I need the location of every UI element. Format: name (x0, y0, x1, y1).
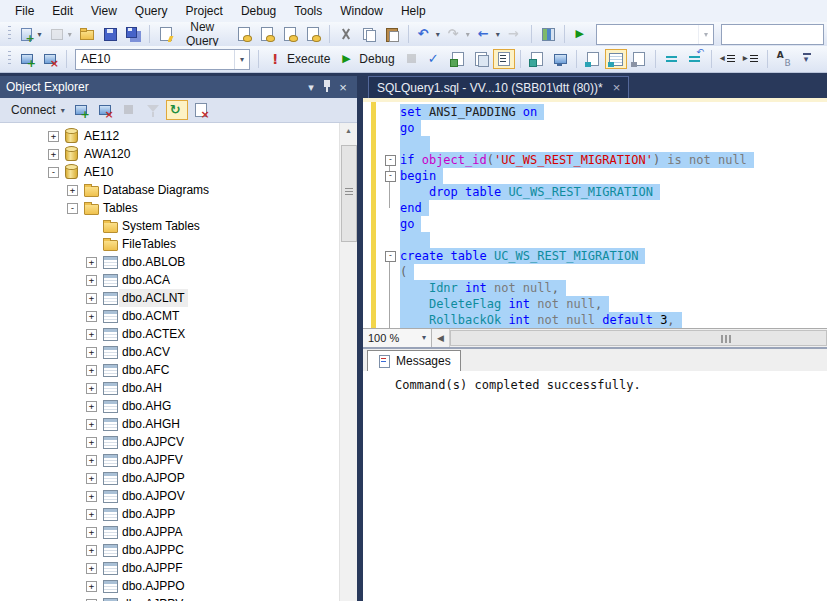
tree-item-dbo-ajpp[interactable]: +dbo.AJPP (0, 505, 340, 523)
server-button[interactable] (39, 49, 61, 69)
menu-window[interactable]: Window (331, 0, 392, 22)
menu-file[interactable]: File (6, 0, 43, 22)
ab-button[interactable] (773, 49, 795, 69)
uncomment-button[interactable] (684, 49, 706, 69)
expand-icon[interactable]: + (86, 347, 97, 358)
actual-plan-button[interactable] (526, 49, 548, 69)
query-options-button[interactable] (470, 49, 492, 69)
expand-icon[interactable]: + (48, 131, 59, 142)
copy-button[interactable] (358, 24, 380, 44)
results-grid-button[interactable] (605, 49, 627, 69)
tree-item-dbo-afc[interactable]: +dbo.AFC (0, 361, 340, 379)
comment-button[interactable] (661, 49, 683, 69)
script-x-button[interactable] (190, 100, 212, 120)
tree-item-awa120[interactable]: +AWA120 (0, 145, 340, 163)
expand-icon[interactable]: + (86, 455, 97, 466)
collapse-icon[interactable]: - (67, 203, 78, 214)
activity-button[interactable] (537, 24, 559, 44)
fold-collapse-icon[interactable]: - (385, 251, 396, 262)
fold-collapse-icon[interactable]: - (385, 155, 396, 166)
save-all-button[interactable] (122, 24, 144, 44)
save-button[interactable] (99, 24, 121, 44)
expand-icon[interactable]: + (86, 491, 97, 502)
parse-button[interactable] (424, 49, 446, 69)
tree-item-dbo-ablob[interactable]: +dbo.ABLOB (0, 253, 340, 271)
tree-item-dbo-ajppo[interactable]: +dbo.AJPPO (0, 577, 340, 595)
tree-item-dbo-ajppa[interactable]: +dbo.AJPPA (0, 523, 340, 541)
document-tab[interactable]: SQLQuery1.sql - VV...10 (SBB01\dtt (80))… (368, 76, 629, 98)
tree-item-dbo-acv[interactable]: +dbo.ACV (0, 343, 340, 361)
horizontal-scrollbar-thumb[interactable] (450, 330, 827, 346)
play-button[interactable] (570, 24, 592, 44)
expand-icon[interactable]: + (86, 419, 97, 430)
menu-help[interactable]: Help (392, 0, 435, 22)
expand-icon[interactable]: + (67, 185, 78, 196)
object-explorer-tree[interactable]: +AE112+AWA120-AE10+Database Diagrams-Tab… (0, 123, 357, 601)
tree-item-ae10[interactable]: -AE10 (0, 163, 340, 181)
horizontal-scrollbar[interactable] (450, 329, 827, 347)
expand-icon[interactable]: + (48, 149, 59, 160)
add-new-item-button[interactable]: ▾ (16, 24, 45, 44)
paste-button[interactable] (381, 24, 403, 44)
menu-tools[interactable]: Tools (285, 0, 331, 22)
tree-item-dbo-ajppf[interactable]: +dbo.AJPPF (0, 559, 340, 577)
tree-item-dbo-ahg[interactable]: +dbo.AHG (0, 397, 340, 415)
expand-icon[interactable]: + (86, 473, 97, 484)
tree-item-dbo-ajppc[interactable]: +dbo.AJPPC (0, 541, 340, 559)
scrollbar-thumb[interactable] (341, 145, 357, 242)
expand-icon[interactable]: + (86, 257, 97, 268)
indent-button[interactable] (740, 49, 762, 69)
pin-icon[interactable] (319, 80, 335, 94)
server-button[interactable] (16, 49, 38, 69)
xmla-button[interactable] (302, 24, 324, 44)
expand-icon[interactable]: + (86, 545, 97, 556)
database-selector[interactable]: AE10▾ (75, 49, 250, 70)
expand-icon[interactable]: + (86, 437, 97, 448)
connect-button[interactable]: Connect ▾ (6, 101, 68, 119)
chevron-down-icon[interactable]: ▾ (234, 50, 249, 69)
tree-item-dbo-ajppv[interactable]: +dbo.AJPPV (0, 595, 340, 601)
tree-item-ae112[interactable]: +AE112 (0, 127, 340, 145)
expand-icon[interactable]: + (86, 527, 97, 538)
close-icon[interactable]: × (335, 80, 351, 95)
mdx-button[interactable] (256, 24, 278, 44)
scroll-left-icon[interactable]: ◀ (432, 329, 450, 347)
intellisense-button[interactable] (493, 49, 515, 69)
refresh-button[interactable] (166, 100, 188, 120)
tree-item-dbo-aca[interactable]: +dbo.ACA (0, 271, 340, 289)
est-plan-button[interactable] (447, 49, 469, 69)
expand-icon[interactable]: + (86, 509, 97, 520)
tab-messages[interactable]: Messages (367, 350, 461, 371)
tree-item-dbo-ajpov[interactable]: +dbo.AJPOV (0, 487, 340, 505)
expand-icon[interactable]: + (86, 581, 97, 592)
collapse-icon[interactable]: - (48, 167, 59, 178)
tree-vertical-scrollbar[interactable]: ▲ (339, 123, 357, 601)
tab-close-icon[interactable]: × (613, 82, 621, 94)
tree-item-dbo-ajpcv[interactable]: +dbo.AJPCV (0, 433, 340, 451)
doc-db-button[interactable] (233, 24, 255, 44)
toolbar-combo-empty[interactable]: ▾ (596, 24, 714, 45)
tree-item-dbo-acmt[interactable]: +dbo.ACMT (0, 307, 340, 325)
expand-icon[interactable]: + (86, 293, 97, 304)
menu-debug[interactable]: Debug (232, 0, 285, 22)
outdent-button[interactable] (717, 49, 739, 69)
tree-item-system-tables[interactable]: System Tables (0, 217, 340, 235)
overflow-button[interactable] (796, 49, 818, 69)
sql-code-editor[interactable]: set ANSI_PADDING ongo-if object_id('UC_W… (363, 102, 827, 328)
expand-icon[interactable]: + (86, 563, 97, 574)
tree-item-dbo-ahgh[interactable]: +dbo.AHGH (0, 415, 340, 433)
execute-button[interactable]: Execute (264, 49, 335, 69)
expand-icon[interactable]: + (86, 401, 97, 412)
open-folder-button[interactable] (76, 24, 98, 44)
zoom-level-select[interactable]: 100 % ▾ (363, 329, 432, 347)
chevron-down-icon[interactable]: ▾ (698, 25, 713, 44)
tree-item-dbo-ajpop[interactable]: +dbo.AJPOP (0, 469, 340, 487)
window-position-icon[interactable]: ▾ (303, 81, 319, 94)
nav-back-button[interactable]: ▾ (474, 24, 503, 44)
dmx-button[interactable] (279, 24, 301, 44)
results-text-button[interactable] (582, 49, 604, 69)
cut-button[interactable] (335, 24, 357, 44)
tree-item-dbo-aclnt[interactable]: +dbo.ACLNT (0, 289, 340, 307)
tree-item-dbo-actex[interactable]: +dbo.ACTEX (0, 325, 340, 343)
menu-edit[interactable]: Edit (43, 0, 82, 22)
